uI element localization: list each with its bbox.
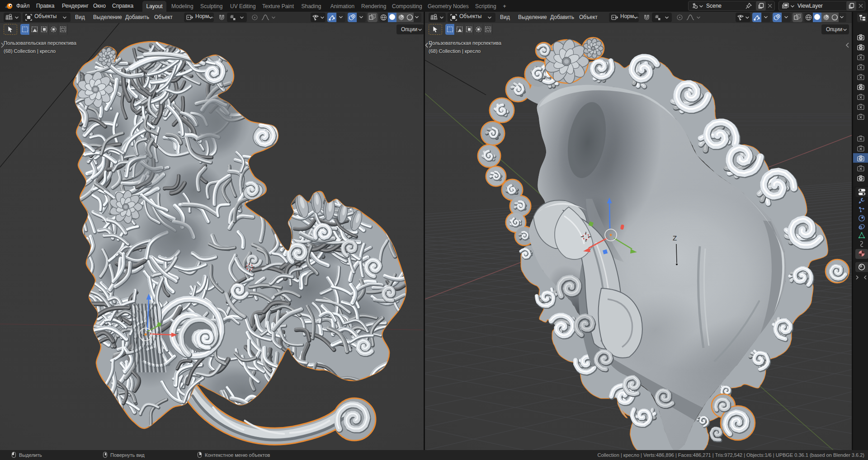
svg-text:Z: Z [673, 234, 677, 242]
